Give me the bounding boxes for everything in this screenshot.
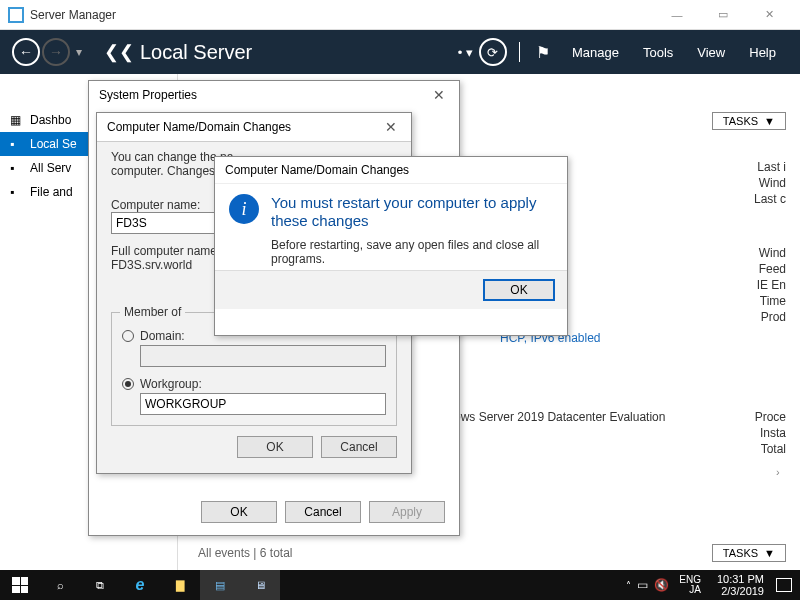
- refresh-icon[interactable]: ⟳: [479, 38, 507, 66]
- label-product-id: Prod: [761, 310, 786, 324]
- search-icon: ⌕: [57, 579, 64, 591]
- windows-icon: [12, 577, 28, 593]
- apply-button[interactable]: Apply: [369, 501, 445, 523]
- label-feedback: Feed: [759, 262, 786, 276]
- ok-button[interactable]: OK: [237, 436, 313, 458]
- group-title: Member of: [120, 305, 185, 319]
- dashboard-icon: ▦: [10, 113, 24, 127]
- label-total-disk: Total: [761, 442, 786, 456]
- label-domain: Domain:: [140, 329, 185, 343]
- nav-forward-button[interactable]: →: [42, 38, 70, 66]
- app-title: Server Manager: [30, 8, 116, 22]
- label-windows-defender: Wind: [759, 246, 786, 260]
- tray-overflow-icon[interactable]: ˄: [626, 580, 631, 591]
- network-icon[interactable]: ▭: [637, 578, 648, 592]
- label-workgroup: Workgroup:: [140, 377, 202, 391]
- restart-heading: You must restart your computer to apply …: [271, 194, 553, 230]
- header-bar: ← → ▾ ❮❮ Local Server • ▾ ⟳ ⚑ Manage Too…: [0, 30, 800, 74]
- close-icon[interactable]: ✕: [381, 119, 401, 135]
- label-last-checked: Last c: [754, 192, 786, 206]
- nav-dropdown-icon[interactable]: ▾: [76, 45, 82, 59]
- chevron-down-icon: ▼: [764, 547, 775, 559]
- label-processors: Proce: [755, 410, 786, 424]
- tasks-button-bottom[interactable]: TASKS▼: [712, 544, 786, 562]
- minimize-button[interactable]: —: [654, 0, 700, 30]
- restart-body: Before restarting, save any open files a…: [271, 238, 553, 266]
- dialog-title: System Properties: [99, 88, 429, 102]
- manage-menu[interactable]: Manage: [560, 45, 631, 60]
- close-icon[interactable]: ✕: [429, 87, 449, 103]
- maximize-button[interactable]: ▭: [700, 0, 746, 30]
- label-windows-update: Wind: [759, 176, 786, 190]
- radio-domain[interactable]: [122, 330, 134, 342]
- page-title: Local Server: [140, 41, 252, 64]
- label-os-edition: indows Server 2019 Datacenter Evaluation: [438, 410, 665, 424]
- close-button[interactable]: ✕: [746, 0, 792, 30]
- label-ie-enhanced: IE En: [757, 278, 786, 292]
- tasks-button-top[interactable]: TASKS▼: [712, 112, 786, 130]
- nav-back-button[interactable]: ←: [12, 38, 40, 66]
- ok-button[interactable]: OK: [201, 501, 277, 523]
- view-menu[interactable]: View: [685, 45, 737, 60]
- action-center-icon[interactable]: [776, 578, 792, 592]
- taskbar-ie[interactable]: e: [120, 570, 160, 600]
- task-view-icon: ⧉: [96, 579, 104, 592]
- task-view-button[interactable]: ⧉: [80, 570, 120, 600]
- window-titlebar: Server Manager — ▭ ✕: [0, 0, 800, 30]
- notifications-flag-icon[interactable]: ⚑: [536, 43, 550, 62]
- app-icon: [8, 7, 24, 23]
- breadcrumb-chevrons: ❮❮: [104, 41, 134, 63]
- taskbar: ⌕ ⧉ e ▇ ▤ 🖥 ˄ ▭ 🔇 ENGJA 10:31 PM2/3/2019: [0, 570, 800, 600]
- domain-input[interactable]: [140, 345, 386, 367]
- scroll-indicator[interactable]: [776, 462, 786, 472]
- chevron-down-icon: ▼: [764, 115, 775, 127]
- ok-button[interactable]: OK: [483, 279, 555, 301]
- server-manager-icon: ▤: [215, 579, 225, 592]
- dialog-title: Computer Name/Domain Changes: [107, 120, 381, 134]
- info-icon: i: [229, 194, 259, 224]
- taskbar-system-properties[interactable]: 🖥: [240, 570, 280, 600]
- divider: [519, 42, 520, 62]
- label-last-installed: Last i: [757, 160, 786, 174]
- folder-icon: ▇: [176, 579, 184, 592]
- volume-icon[interactable]: 🔇: [654, 578, 669, 592]
- label-installed-mem: Insta: [760, 426, 786, 440]
- servers-icon: ▪: [10, 161, 24, 175]
- taskbar-explorer[interactable]: ▇: [160, 570, 200, 600]
- header-dropdown-icon[interactable]: • ▾: [458, 45, 473, 60]
- help-menu[interactable]: Help: [737, 45, 788, 60]
- clock[interactable]: 10:31 PM2/3/2019: [711, 573, 770, 597]
- taskbar-server-manager[interactable]: ▤: [200, 570, 240, 600]
- server-icon: ▪: [10, 137, 24, 151]
- search-button[interactable]: ⌕: [40, 570, 80, 600]
- radio-workgroup[interactable]: [122, 378, 134, 390]
- start-button[interactable]: [0, 570, 40, 600]
- dialog-title: Computer Name/Domain Changes: [225, 163, 557, 177]
- storage-icon: ▪: [10, 185, 24, 199]
- dialog-restart-prompt: Computer Name/Domain Changes i You must …: [214, 156, 568, 336]
- workgroup-input[interactable]: [140, 393, 386, 415]
- events-summary: All events | 6 total: [198, 546, 293, 560]
- language-indicator[interactable]: ENGJA: [675, 575, 705, 596]
- computer-icon: 🖥: [255, 579, 266, 591]
- cancel-button[interactable]: Cancel: [321, 436, 397, 458]
- cancel-button[interactable]: Cancel: [285, 501, 361, 523]
- tools-menu[interactable]: Tools: [631, 45, 685, 60]
- ie-icon: e: [136, 576, 145, 594]
- label-timezone: Time: [760, 294, 786, 308]
